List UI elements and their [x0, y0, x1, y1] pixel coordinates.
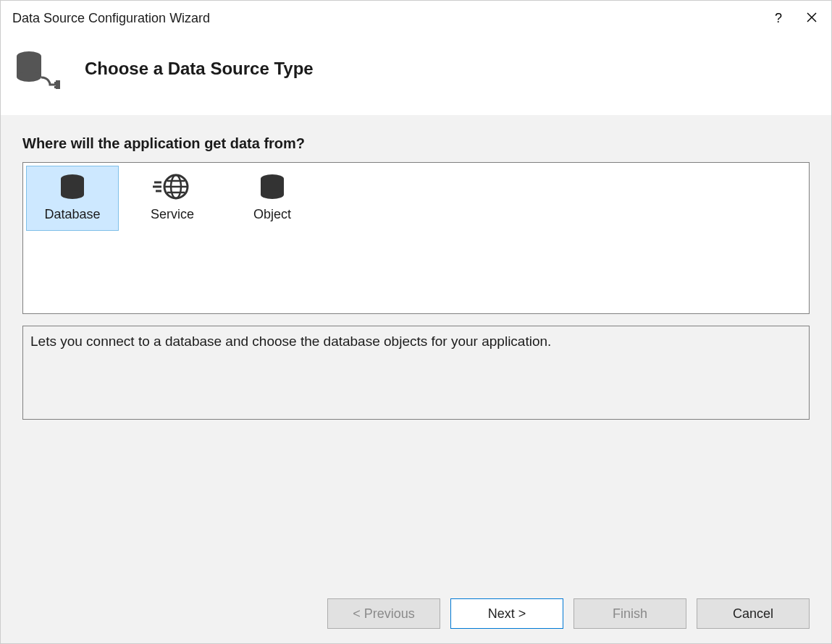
prompt-text: Where will the application get data from…: [22, 135, 810, 152]
option-description: Lets you connect to a database and choos…: [22, 326, 810, 420]
wizard-page-icon: [12, 43, 64, 95]
object-icon: [258, 169, 287, 204]
svg-point-4: [17, 72, 41, 82]
option-label: Database: [44, 207, 100, 222]
finish-button: Finish: [573, 598, 686, 629]
wizard-footer: < Previous Next > Finish Cancel: [1, 598, 831, 643]
cancel-button[interactable]: Cancel: [697, 598, 810, 629]
titlebar: Data Source Configuration Wizard ?: [1, 1, 831, 35]
help-icon: ?: [775, 11, 782, 26]
next-button[interactable]: Next >: [450, 598, 563, 629]
button-label: Cancel: [733, 606, 773, 622]
svg-point-21: [261, 190, 284, 199]
window-title: Data Source Configuration Wizard: [12, 11, 210, 26]
svg-point-10: [61, 190, 84, 199]
option-object[interactable]: Object: [226, 166, 319, 231]
option-label: Object: [253, 207, 291, 222]
service-icon: [153, 169, 192, 204]
close-button[interactable]: [795, 4, 828, 33]
help-button[interactable]: ?: [762, 4, 795, 33]
previous-button: < Previous: [327, 598, 440, 629]
option-label: Service: [151, 207, 194, 222]
wizard-content: Where will the application get data from…: [1, 115, 831, 598]
database-icon: [58, 169, 87, 204]
svg-rect-6: [54, 82, 56, 84]
wizard-header: Choose a Data Source Type: [1, 35, 831, 115]
svg-rect-7: [54, 86, 56, 88]
data-source-type-options: Database Service: [22, 162, 810, 314]
button-label: < Previous: [353, 606, 415, 622]
option-database[interactable]: Database: [26, 166, 119, 231]
close-icon: [807, 11, 817, 26]
button-label: Finish: [613, 606, 647, 622]
button-label: Next >: [488, 606, 526, 622]
wizard-window: Data Source Configuration Wizard ?: [0, 0, 832, 644]
page-title: Choose a Data Source Type: [85, 59, 314, 79]
option-service[interactable]: Service: [126, 166, 219, 231]
